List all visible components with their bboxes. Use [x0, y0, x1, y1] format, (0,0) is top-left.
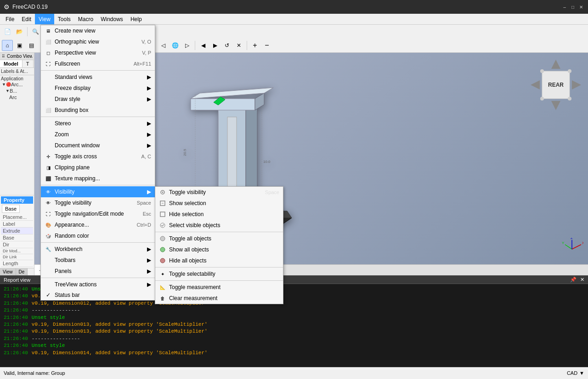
- menu-toggle-visibility[interactable]: 👁 Toggle visibility Space: [41, 197, 155, 208]
- tb-view-top[interactable]: ▤: [26, 40, 37, 51]
- menu-nav-toggle[interactable]: ⛶ Toggle navigation/Edit mode Esc: [41, 208, 155, 219]
- tree-item-3[interactable]: Arc: [1, 94, 33, 100]
- menu-toggle-axis[interactable]: ✛ Toggle axis cross A, C: [41, 151, 155, 162]
- show-all-icon: [159, 246, 166, 253]
- report-close[interactable]: ✕: [580, 277, 584, 283]
- sep4: [41, 242, 155, 243]
- vis-toggle-measurement[interactable]: 📐 Toggle measurement: [155, 282, 283, 293]
- tb-home[interactable]: ⌂: [2, 40, 13, 51]
- menu-standard-views[interactable]: Standard views ▶: [41, 72, 155, 83]
- menu-workbench[interactable]: 🔧 Workbench ▶: [41, 244, 155, 255]
- svg-marker-13: [551, 60, 560, 69]
- tb-prev[interactable]: ◀: [198, 40, 209, 51]
- labels-header: Labels & At...: [1, 69, 33, 74]
- cv-tab-model[interactable]: Model: [0, 60, 23, 67]
- menu-zoom[interactable]: Zoom ▶: [41, 129, 155, 140]
- toggle-vis-icon: [159, 189, 166, 196]
- clear-meas-icon: 🗑: [159, 295, 166, 302]
- vis-hide-all[interactable]: Hide all objects: [155, 255, 283, 266]
- menu-freeze[interactable]: Freeze display ▶: [41, 83, 155, 94]
- menu-windows[interactable]: Windows: [97, 14, 127, 24]
- menu-appearance[interactable]: 🎨 Appearance... Ctrl+D: [41, 219, 155, 230]
- panels-icon: [45, 268, 52, 275]
- close-button[interactable]: ✕: [578, 4, 584, 10]
- svg-marker-15: [531, 80, 540, 89]
- svg-point-20: [568, 69, 571, 73]
- axis-svg: X Y Z: [560, 238, 583, 261]
- menu-create-new-view[interactable]: 🖥 Create new view: [41, 25, 155, 36]
- title-bar-left: ⚙ FreeCAD 0.19: [4, 3, 48, 11]
- menu-document-window[interactable]: Document window ▶: [41, 140, 155, 151]
- bottom-tab-de[interactable]: De: [16, 268, 28, 275]
- maximize-button[interactable]: □: [570, 4, 576, 10]
- menu-clipping[interactable]: ◨ Clipping plane: [41, 162, 155, 173]
- tb-refresh[interactable]: ↺: [221, 40, 232, 51]
- menu-status-bar[interactable]: ✓ Status bar: [41, 290, 155, 300]
- vis-toggle-all[interactable]: Toggle all objects: [155, 233, 283, 244]
- menu-random-color[interactable]: 🎲 Random color: [41, 230, 155, 241]
- menu-macro[interactable]: Macro: [74, 14, 97, 24]
- arrow-docwin: ▶: [147, 142, 151, 149]
- toolbars-icon: [45, 256, 52, 264]
- arrow-zoom: ▶: [147, 131, 151, 138]
- tb-open[interactable]: 📂: [14, 26, 25, 37]
- report-pin[interactable]: 📌: [570, 277, 577, 283]
- tb-sep8: [247, 41, 247, 50]
- vis-hide-selection[interactable]: Hide selection: [155, 209, 283, 220]
- tb-new[interactable]: 📄: [2, 26, 13, 37]
- menu-bounding-box[interactable]: ⬜ Bounding box: [41, 105, 155, 116]
- tb-forward[interactable]: ▷: [181, 40, 192, 51]
- tb-undo[interactable]: ◁: [158, 40, 169, 51]
- clip-icon: ◨: [45, 164, 52, 171]
- nav-cube[interactable]: REAR: [528, 57, 583, 112]
- prop-tab-base[interactable]: Base: [2, 205, 20, 213]
- cv-tab-t[interactable]: T: [23, 60, 34, 67]
- report-line-7: 21:26:40 v0.19, Dimension013, added view…: [4, 328, 584, 335]
- menu-ortho[interactable]: ⬜ Orthographic view V, O: [41, 36, 155, 47]
- prop-row-dirmod: Dir Mod...: [1, 248, 33, 254]
- tb-minus[interactable]: −: [261, 40, 272, 51]
- menu-edit[interactable]: Edit: [18, 14, 35, 24]
- axis-icon: ✛: [45, 153, 52, 160]
- persp-icon: ◻: [45, 49, 52, 56]
- menu-stereo[interactable]: Stereo ▶: [41, 118, 155, 129]
- tb-next[interactable]: ▶: [209, 40, 220, 51]
- vis-show-selection[interactable]: Show selection: [155, 198, 283, 209]
- tb-view-front[interactable]: ▣: [14, 40, 25, 51]
- cad-dropdown-icon[interactable]: ▼: [579, 370, 584, 376]
- tree-item-1[interactable]: ▼ 🔴 Arc...: [1, 81, 33, 88]
- vis-toggle-selectability[interactable]: ✦ Toggle selectability: [155, 268, 283, 279]
- menu-visibility[interactable]: 👁 Visibility ▶ Toggle visibility Space S…: [41, 186, 155, 197]
- arrow-toolbars: ▶: [147, 257, 151, 263]
- vis-toggle-visibility[interactable]: Toggle visibility Space: [155, 187, 283, 198]
- menu-panels[interactable]: Panels ▶: [41, 266, 155, 277]
- menu-texture[interactable]: ⬛ Texture mapping...: [41, 173, 155, 184]
- tb-sep1: [27, 27, 28, 36]
- workbench-icon: 🔧: [45, 245, 52, 253]
- title-bar-controls: – □ ✕: [561, 4, 584, 10]
- svg-point-37: [160, 258, 165, 263]
- zoom-icon: [45, 131, 52, 138]
- menu-file[interactable]: File: [2, 14, 18, 24]
- menu-persp[interactable]: ◻ Perspective view V, P: [41, 47, 155, 58]
- menu-help[interactable]: Help: [127, 14, 146, 24]
- arrow-visibility: ▶: [147, 189, 151, 195]
- tree-item-2[interactable]: ▼ B...: [1, 88, 33, 94]
- tb-stop2[interactable]: ✕: [233, 40, 244, 51]
- vis-show-all[interactable]: Show all objects: [155, 244, 283, 255]
- menu-fullscreen[interactable]: ⛶ Fullscreen Alt+F11: [41, 58, 155, 69]
- menu-treeview[interactable]: TreeView actions ▶: [41, 279, 155, 290]
- minimize-button[interactable]: –: [561, 4, 568, 10]
- show-all-svg: [159, 246, 166, 253]
- tb-search[interactable]: 🔍: [30, 26, 41, 37]
- tb-globe[interactable]: 🌐: [170, 40, 181, 51]
- menu-view[interactable]: View: [35, 14, 54, 24]
- vis-clear-measurement[interactable]: 🗑 Clear measurement: [155, 293, 283, 304]
- menu-tools[interactable]: Tools: [54, 14, 74, 24]
- menu-draw-style[interactable]: Draw style ▶: [41, 94, 155, 105]
- svg-point-19: [540, 69, 544, 73]
- vis-select-visible[interactable]: Select visible objects: [155, 220, 283, 231]
- menu-toolbars[interactable]: Toolbars ▶: [41, 255, 155, 266]
- bottom-tab-view[interactable]: View: [0, 268, 16, 275]
- tb-plus[interactable]: +: [249, 40, 260, 51]
